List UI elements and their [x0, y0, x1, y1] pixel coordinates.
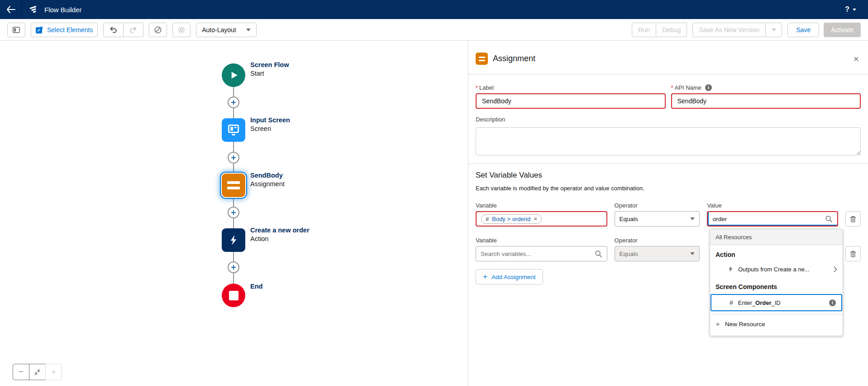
variable-pill[interactable]: # Body > orderid ×	[481, 214, 542, 224]
add-element-button[interactable]	[228, 261, 239, 273]
save-as-new-version-button[interactable]: Save As New Version	[692, 23, 766, 37]
zoom-out-button[interactable]: −	[13, 364, 29, 380]
api-name-field-group: * API Name i	[671, 84, 861, 109]
operator-value: Equals	[620, 216, 638, 222]
node-sendbody-assignment[interactable]	[222, 174, 245, 197]
hash-icon: #	[486, 216, 489, 222]
flow-builder-logo-icon	[29, 5, 39, 14]
add-element-button[interactable]	[228, 152, 239, 164]
play-icon	[228, 69, 239, 81]
operator-select-2[interactable]: Equals	[615, 246, 700, 261]
node-title: Screen Flow	[250, 61, 289, 69]
label-input[interactable]	[476, 93, 666, 109]
plus-icon: +	[483, 272, 487, 281]
value-search-combobox[interactable]	[707, 211, 838, 227]
run-button[interactable]: Run	[632, 23, 656, 37]
label-text: Value	[707, 202, 721, 209]
delete-assignment-button-2[interactable]	[845, 246, 861, 261]
flow-canvas[interactable]: Screen Flow Start Input Screen Screen Se…	[0, 41, 468, 386]
end-square-icon	[229, 291, 238, 300]
assignment-equals-icon	[227, 181, 240, 189]
layout-mode-dropdown[interactable]: Auto-Layout	[196, 23, 257, 37]
canvas-zoom-controls: − +	[13, 364, 62, 380]
activate-button[interactable]: Activate	[824, 23, 861, 37]
help-menu[interactable]: ?	[845, 5, 856, 14]
node-start[interactable]	[222, 63, 245, 87]
label-text: Variable	[476, 202, 497, 209]
plus-icon	[231, 210, 236, 215]
run-debug-group: Run Debug	[632, 23, 687, 37]
select-elements-button[interactable]: ✓ Select Elements	[31, 23, 98, 37]
search-icon	[825, 215, 833, 223]
redo-icon	[129, 26, 137, 34]
assignment-icon	[476, 53, 488, 65]
save-label: Save	[796, 26, 811, 34]
back-button[interactable]	[0, 0, 22, 19]
undo-button[interactable]	[103, 23, 124, 37]
fit-to-view-button[interactable]	[29, 364, 46, 380]
node-title: Input Screen	[250, 116, 290, 125]
save-button[interactable]: Save	[787, 23, 819, 37]
node-create-order-action[interactable]	[222, 228, 245, 252]
info-icon[interactable]: i	[705, 84, 712, 91]
api-name-input[interactable]	[671, 93, 861, 109]
node-start-label: Screen Flow Start	[250, 61, 289, 78]
screen-icon	[227, 123, 240, 137]
description-textarea[interactable]	[476, 127, 861, 155]
panel-toggle-icon	[12, 26, 20, 34]
remove-pill-icon[interactable]: ×	[534, 216, 537, 222]
operator-select-1[interactable]: Equals	[615, 211, 700, 227]
node-input-screen[interactable]	[222, 118, 245, 142]
label-field-group: * Label	[476, 84, 666, 109]
variable-search-input-2[interactable]	[481, 251, 595, 257]
plus-icon: +	[52, 367, 56, 376]
redo-button[interactable]	[124, 23, 143, 37]
add-element-button[interactable]	[228, 96, 239, 108]
debug-button[interactable]: Debug	[656, 23, 687, 37]
add-element-button[interactable]	[228, 207, 239, 218]
no-errors-icon	[154, 26, 162, 34]
toolbar: ✓ Select Elements	[0, 19, 868, 41]
section-subtitle: Each variable is modified by the operato…	[476, 185, 861, 192]
zoom-in-button[interactable]: +	[45, 364, 62, 380]
node-subtitle: Action	[250, 235, 310, 243]
spacer-label	[845, 202, 861, 209]
node-create-order-label: Create a new order Action	[250, 226, 310, 243]
add-assignment-button[interactable]: + Add Assignment	[476, 269, 543, 285]
api-name-field-label: * API Name i	[671, 84, 861, 91]
error-indicator-button[interactable]	[149, 23, 167, 37]
new-resource-button[interactable]: + New Resource	[710, 314, 843, 334]
minus-icon: −	[19, 367, 24, 376]
node-title: SendBody	[250, 171, 285, 180]
chevron-down-icon	[690, 252, 695, 255]
dropdown-item-enter-order-id[interactable]: # Enter_Order_ID i	[711, 294, 842, 311]
required-asterisk: *	[476, 84, 478, 91]
dropdown-item-label: Outputs from Create a ne...	[738, 266, 829, 273]
toggle-toolbox-button[interactable]	[7, 23, 25, 37]
flow-settings-button[interactable]	[172, 23, 191, 37]
variable-input-1[interactable]: # Body > orderid ×	[476, 211, 607, 227]
label-field-label: * Label	[476, 84, 666, 91]
save-options-caret-button[interactable]	[766, 23, 782, 37]
node-end[interactable]	[222, 284, 245, 307]
assignment-properties-panel: Assignment × * Label * API Name i Descri…	[468, 41, 868, 386]
select-elements-label: Select Elements	[47, 26, 93, 34]
operator-label: Operator	[615, 237, 700, 244]
node-subtitle: Start	[250, 69, 289, 78]
label-text: Operator	[615, 202, 638, 209]
value-search-input[interactable]	[712, 216, 825, 222]
close-icon[interactable]: ×	[854, 54, 859, 63]
hash-icon: #	[730, 299, 733, 306]
delete-assignment-button-1[interactable]	[845, 211, 861, 227]
panel-title: Assignment	[493, 54, 535, 63]
info-icon[interactable]: i	[829, 299, 836, 306]
variable-search-combobox-2[interactable]	[476, 246, 607, 261]
dropdown-item-outputs[interactable]: Outputs from Create a ne...	[710, 261, 843, 277]
fit-view-icon	[34, 369, 41, 376]
node-title: End	[250, 282, 262, 291]
chevron-down-icon	[853, 9, 856, 11]
label-text: Variable	[476, 237, 497, 244]
delete-column	[845, 202, 861, 227]
undo-icon	[110, 26, 117, 34]
select-elements-icon: ✓	[36, 26, 43, 34]
